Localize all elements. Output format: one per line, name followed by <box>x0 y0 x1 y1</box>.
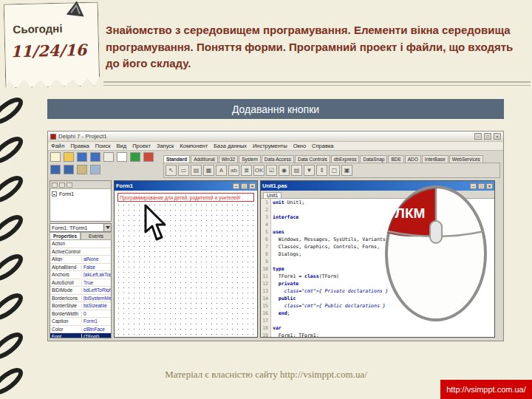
menu-item[interactable]: База данных <box>214 143 247 149</box>
menu-item[interactable]: Инструменты <box>253 143 287 149</box>
menu-item[interactable]: Справка <box>312 143 333 149</box>
tree-tool-icon[interactable] <box>59 183 65 188</box>
property-value[interactable]: alNone <box>81 256 111 262</box>
property-row[interactable]: Align alNone <box>50 256 111 264</box>
property-name: Color <box>50 327 81 332</box>
property-value[interactable]: clBtnFace <box>81 327 111 332</box>
property-value[interactable]: True <box>81 280 111 285</box>
palette-tab[interactable]: Data Access <box>262 155 294 163</box>
inspector-tab[interactable]: Properties <box>50 232 81 240</box>
label-icon[interactable]: A <box>216 165 227 176</box>
trace-into-icon[interactable] <box>64 165 74 174</box>
checkbox-icon[interactable]: ☑ <box>266 165 277 176</box>
inspector-tab[interactable]: Events <box>81 232 112 240</box>
pointer-icon[interactable]: ↖ <box>166 165 177 176</box>
palette-tab[interactable]: WebServices <box>449 155 483 163</box>
inspector-object-combobox[interactable]: Form1: TForm1 <box>50 223 112 232</box>
property-row[interactable]: Action <box>50 240 111 248</box>
ide-menubar: ФайлПравкаПоискВидПроектЗапускКомпонентБ… <box>48 142 503 151</box>
property-row[interactable]: Caption Form1 <box>50 318 111 326</box>
menu-item[interactable]: Проект <box>132 143 151 149</box>
menu-item[interactable]: Правка <box>70 143 89 149</box>
editor-tab-unit1[interactable]: Unit1 <box>263 192 282 198</box>
view-form-icon[interactable] <box>90 165 100 174</box>
line-number: 17 <box>261 318 270 324</box>
property-value[interactable]: bsSizeable <box>81 303 111 308</box>
palette-tab[interactable]: InterBase <box>422 155 449 163</box>
mouse-illustration: ЛКМ <box>377 180 495 324</box>
property-row[interactable]: Font (TFont) <box>50 333 111 338</box>
maximize-icon[interactable]: □ <box>241 183 248 189</box>
frames-icon[interactable]: ▭ <box>178 165 189 176</box>
property-value[interactable]: 0 <box>81 311 111 316</box>
property-value[interactable]: bdLeftToRight <box>81 287 111 293</box>
palette-tab[interactable]: System <box>239 155 261 163</box>
palette-tab[interactable]: Win32 <box>219 155 238 163</box>
new-file-icon[interactable] <box>50 152 61 162</box>
menu-item[interactable]: Запуск <box>157 143 174 149</box>
tree-tool-icon[interactable] <box>66 183 72 188</box>
property-value[interactable]: Form1 <box>81 318 111 324</box>
help-icon[interactable] <box>103 152 114 162</box>
radio-button-icon[interactable]: ◉ <box>279 165 290 176</box>
menu-item[interactable]: Окно <box>293 143 306 149</box>
property-row[interactable]: AlphaBlend False <box>50 264 111 272</box>
tree-node-form1[interactable]: Form1 <box>50 189 111 197</box>
palette-tab[interactable]: Data Controls <box>295 155 330 163</box>
property-row[interactable]: BorderStyle bsSizeable <box>50 302 111 310</box>
popup-menu-icon[interactable]: ▦ <box>203 165 214 176</box>
palette-tab[interactable]: ADO <box>405 155 421 163</box>
treeview-toolbar <box>50 181 111 189</box>
property-row[interactable]: ActiveControl <box>50 248 111 256</box>
property-row[interactable]: BorderWidth 0 <box>50 310 111 318</box>
property-row[interactable]: AutoScroll True <box>50 279 111 287</box>
listbox-icon[interactable]: ▤ <box>291 165 302 176</box>
close-icon[interactable]: × <box>494 133 501 140</box>
palette-tab[interactable]: Standard <box>163 155 190 163</box>
line-number: 11 <box>261 273 270 279</box>
button-icon[interactable]: OK <box>253 165 265 176</box>
run-icon[interactable] <box>130 152 140 162</box>
menu-item[interactable]: Компонент <box>180 143 208 149</box>
palette-tab[interactable]: DataSnap <box>360 155 387 163</box>
maximize-icon[interactable]: □ <box>484 133 491 140</box>
edit-icon[interactable]: ab <box>228 165 239 176</box>
scrollbar-icon[interactable]: ⇕ <box>316 165 327 176</box>
property-value[interactable]: [akLeft,akTop] <box>81 272 111 277</box>
step-over-icon[interactable] <box>50 165 61 174</box>
groupbox-icon[interactable]: ▢ <box>329 165 340 176</box>
code-line[interactable]: 19 Form1: TForm1; <box>261 332 494 337</box>
property-row[interactable]: Anchors [akLeft,akTop] <box>50 271 111 279</box>
save-all-icon[interactable] <box>90 152 100 162</box>
view-unit-icon[interactable] <box>77 165 87 174</box>
property-value[interactable]: False <box>81 265 111 270</box>
palette-tab[interactable]: dbExpress <box>331 155 360 163</box>
pause-icon[interactable] <box>143 152 154 162</box>
palette-tab[interactable]: BDE <box>388 155 403 163</box>
memo-icon[interactable]: ≣ <box>241 165 252 176</box>
property-row[interactable]: BiDiMode bdLeftToRight <box>50 287 111 295</box>
palette-tab[interactable]: Additional <box>191 155 218 163</box>
combobox-icon[interactable]: ▼ <box>304 165 315 176</box>
chevron-down-icon[interactable] <box>103 224 111 231</box>
heading-separator <box>103 81 531 86</box>
tree-tool-icon[interactable] <box>52 183 58 188</box>
panel-icon[interactable]: ▣ <box>341 165 352 176</box>
property-row[interactable]: BorderIcons [biSystemMenu,biMin <box>50 295 111 303</box>
menu-item[interactable]: Файл <box>51 143 64 149</box>
new-form-icon[interactable] <box>117 152 127 162</box>
property-row[interactable]: Color clBtnFace <box>50 326 111 334</box>
save-icon[interactable] <box>77 152 87 162</box>
main-menu-icon[interactable]: ▤ <box>191 165 202 176</box>
code-line[interactable]: 18 var <box>261 324 494 332</box>
menu-item[interactable]: Вид <box>117 143 127 149</box>
minimize-icon[interactable]: – <box>233 183 239 189</box>
tree-expand-icon[interactable] <box>52 191 57 197</box>
property-value[interactable]: (TFont) <box>81 334 111 338</box>
menu-item[interactable]: Поиск <box>95 143 111 149</box>
form-design-surface[interactable]: Программирование для детей, родителей и … <box>115 191 257 337</box>
property-value[interactable]: [biSystemMenu,biMin <box>81 296 111 301</box>
open-file-icon[interactable] <box>64 152 74 162</box>
minimize-icon[interactable]: – <box>474 133 482 140</box>
close-icon[interactable]: × <box>249 183 256 189</box>
